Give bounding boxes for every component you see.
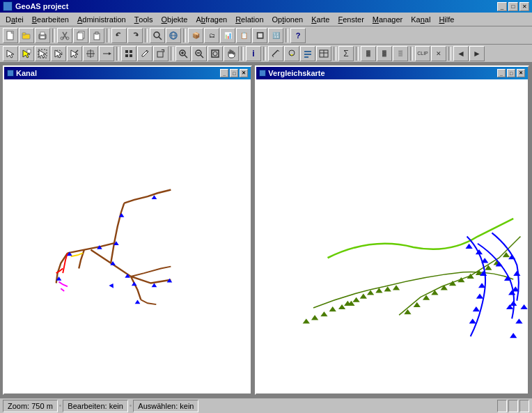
b1-button[interactable]: ▓ bbox=[361, 46, 376, 61]
svg-marker-85 bbox=[384, 286, 391, 291]
sep-dot2: • bbox=[130, 402, 132, 410]
arrow-right-button[interactable]: ► bbox=[469, 46, 485, 61]
arrow-left-button[interactable]: ◄ bbox=[453, 46, 469, 61]
t3-button[interactable] bbox=[51, 46, 66, 61]
hand-button[interactable] bbox=[224, 46, 239, 61]
search-button[interactable] bbox=[150, 28, 165, 43]
t4-button[interactable] bbox=[67, 46, 82, 61]
zoom-out-button[interactable] bbox=[191, 46, 207, 61]
undo-button[interactable] bbox=[111, 28, 127, 43]
svg-marker-69 bbox=[132, 282, 137, 286]
table-button[interactable] bbox=[316, 46, 331, 61]
menu-bearbeiten[interactable]: Bearbeiten bbox=[28, 13, 73, 26]
toolbar-2: i Σ ▓ ▓ ▒ CLIP ✕ ◄ ► bbox=[0, 45, 532, 63]
bearbeiten-status: Bearbeiten: kein bbox=[63, 400, 128, 412]
box1-button[interactable]: 📦 bbox=[188, 28, 203, 43]
print-button[interactable] bbox=[35, 28, 50, 43]
color-button[interactable] bbox=[284, 46, 299, 61]
box3-button[interactable]: 📊 bbox=[220, 28, 235, 43]
svg-rect-14 bbox=[95, 32, 98, 34]
svg-point-52 bbox=[213, 52, 217, 56]
title-bar: GeoAS project _ □ ✕ bbox=[0, 0, 532, 13]
svg-marker-105 bbox=[478, 283, 485, 288]
svg-marker-78 bbox=[338, 304, 345, 309]
box6-button[interactable]: 🔢 bbox=[268, 28, 283, 43]
edit-box-button[interactable] bbox=[153, 46, 169, 61]
toolbar-1: 📦 🗂 📊 📋 🔲 🔢 ? bbox=[0, 26, 532, 45]
info-button[interactable]: i bbox=[246, 46, 261, 61]
svg-rect-6 bbox=[40, 36, 45, 38]
svg-line-49 bbox=[201, 55, 203, 58]
zoom-status: Zoom: 750 m bbox=[3, 400, 58, 412]
sep11 bbox=[356, 47, 359, 61]
attribute-button[interactable] bbox=[300, 46, 315, 61]
box5-button[interactable]: 🔲 bbox=[252, 28, 267, 43]
help-button[interactable]: ? bbox=[290, 28, 306, 43]
t1-button[interactable] bbox=[19, 46, 34, 61]
close-button[interactable]: ✕ bbox=[519, 2, 529, 11]
vergleich-maximize[interactable]: □ bbox=[507, 69, 515, 77]
menu-manager[interactable]: Manager bbox=[368, 13, 407, 26]
svg-marker-93 bbox=[441, 285, 448, 290]
redo-button[interactable] bbox=[127, 28, 143, 43]
zoom-in-button[interactable] bbox=[175, 46, 191, 61]
select-button[interactable] bbox=[3, 46, 18, 61]
menu-karte[interactable]: Karte bbox=[307, 13, 334, 26]
vergleich-close[interactable]: ✕ bbox=[517, 69, 525, 77]
svg-rect-42 bbox=[157, 52, 163, 57]
menu-datei[interactable]: Datei bbox=[1, 13, 28, 26]
zoom-extent-button[interactable] bbox=[208, 46, 223, 61]
b4-button[interactable]: ✕ bbox=[431, 46, 446, 61]
edit-node-button[interactable] bbox=[121, 46, 136, 61]
sep7 bbox=[171, 47, 173, 61]
svg-marker-16 bbox=[135, 33, 138, 36]
svg-marker-83 bbox=[367, 290, 374, 295]
box2-button[interactable]: 🗂 bbox=[204, 28, 219, 43]
copy-button[interactable] bbox=[73, 28, 88, 43]
svg-marker-26 bbox=[39, 50, 46, 58]
box4-button[interactable]: 📋 bbox=[236, 28, 251, 43]
minimize-button[interactable]: _ bbox=[497, 2, 507, 11]
pencil-button[interactable] bbox=[137, 46, 152, 61]
vergleich-title-label: Vergleichskarte bbox=[268, 69, 324, 77]
b3-button[interactable]: ▒ bbox=[393, 46, 408, 61]
measure-button[interactable] bbox=[268, 46, 283, 61]
svg-marker-101 bbox=[466, 244, 473, 249]
svg-marker-28 bbox=[55, 50, 62, 58]
vergleich-minimize[interactable]: _ bbox=[497, 69, 506, 77]
t5-button[interactable] bbox=[83, 46, 98, 61]
clip-button[interactable]: CLIP bbox=[415, 46, 430, 61]
svg-rect-3 bbox=[22, 33, 26, 35]
new-button[interactable] bbox=[3, 28, 18, 43]
menu-relation[interactable]: Relation bbox=[231, 13, 267, 26]
kanal-maximize[interactable]: □ bbox=[230, 69, 238, 77]
kanal-window: Kanal _ □ ✕ bbox=[3, 65, 252, 395]
cut-button[interactable] bbox=[57, 28, 72, 43]
sep3 bbox=[145, 29, 148, 42]
kanal-minimize[interactable]: _ bbox=[220, 69, 228, 77]
menu-optionen[interactable]: Optionen bbox=[268, 13, 308, 26]
kanal-close[interactable]: ✕ bbox=[240, 69, 248, 77]
menu-tools[interactable]: Tools bbox=[130, 13, 157, 26]
paste-button[interactable] bbox=[89, 28, 104, 43]
svg-line-53 bbox=[272, 56, 274, 57]
globe-button[interactable] bbox=[166, 28, 181, 43]
sep1 bbox=[52, 29, 55, 42]
menu-fenster[interactable]: Fenster bbox=[334, 13, 368, 26]
menu-objekte[interactable]: Objekte bbox=[157, 13, 192, 26]
svg-rect-57 bbox=[304, 54, 311, 55]
b2-button[interactable]: ▓ bbox=[377, 46, 392, 61]
menu-administration[interactable]: Administration bbox=[73, 13, 130, 26]
svg-marker-76 bbox=[321, 311, 328, 316]
menu-kanal[interactable]: Kanal bbox=[407, 13, 435, 26]
open-button[interactable] bbox=[19, 28, 34, 43]
sigma-button[interactable]: Σ bbox=[338, 46, 354, 61]
svg-point-17 bbox=[154, 32, 159, 38]
vergleich-icon bbox=[259, 70, 266, 77]
menu-hilfe[interactable]: Hilfe bbox=[435, 13, 458, 26]
maximize-button[interactable]: □ bbox=[508, 2, 518, 11]
menu-abfragen[interactable]: Abfragen bbox=[191, 13, 231, 26]
t2-button[interactable] bbox=[35, 46, 50, 61]
t6-button[interactable] bbox=[99, 46, 114, 61]
sep6 bbox=[116, 47, 119, 61]
